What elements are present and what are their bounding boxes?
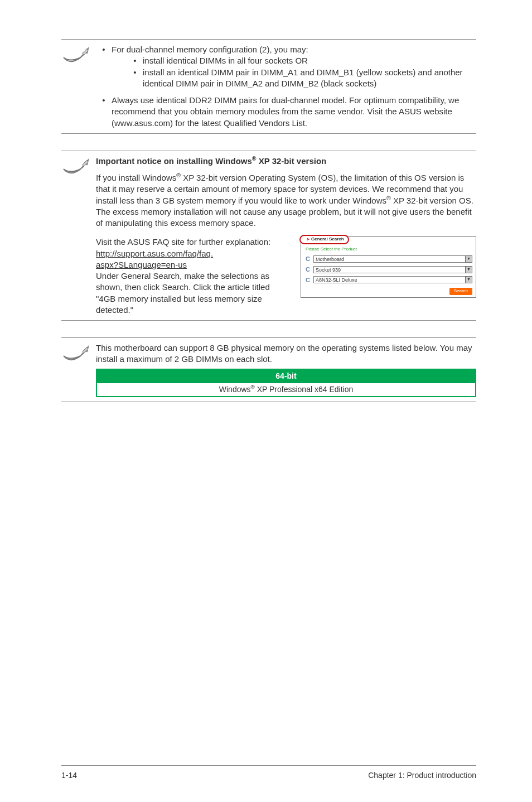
dropdown-icon[interactable]: ▼ (465, 266, 472, 273)
faq-select-socket[interactable]: Socket 939 (313, 266, 466, 273)
section3-text: This motherboard can support 8 GB physic… (96, 342, 476, 365)
faq-instruction: Please Select the Product (301, 245, 476, 254)
section2-paragraph: If you install Windows® XP 32-bit versio… (96, 172, 476, 229)
note-body-2: Important notice on installing Windows® … (96, 156, 476, 316)
sub-bullet-2: • install an identical DIMM pair in DIMM… (127, 67, 476, 90)
sub-bullet-text: install an identical DIMM pair in DIMM_A… (143, 67, 476, 90)
faq-tab: ▹General Search (299, 235, 349, 244)
para-sup: ® (176, 172, 181, 178)
section2-instructions: Visit the ASUS FAQ site for further expl… (96, 236, 291, 316)
instr-text: Visit the ASUS FAQ site for further expl… (96, 236, 291, 248)
faq-tab-label: General Search (311, 236, 344, 241)
os-table-cell: Windows® XP Professional x64 Edition (96, 383, 476, 397)
note-box-2: Important notice on installing Windows® … (61, 151, 476, 321)
faq-screenshot: ▹General Search Please Select the Produc… (301, 236, 476, 298)
bullet-top-1: • For dual-channel memory configuration … (96, 44, 476, 89)
title-part: Important notice on installing Windows (96, 156, 252, 166)
page-number: 1-14 (61, 770, 77, 781)
bullet-icon: • (127, 67, 143, 90)
faq-row-2: C Socket 939 ▼ (301, 264, 476, 275)
note-icon (61, 342, 96, 364)
note-box-1: • For dual-channel memory configuration … (61, 39, 476, 134)
dropdown-icon[interactable]: ▼ (465, 255, 472, 263)
bullet-text: For dual-channel memory configuration (2… (112, 45, 308, 54)
section2-title: Important notice on installing Windows® … (96, 156, 476, 167)
note-icon (61, 156, 96, 177)
para-part: If you install Windows (96, 173, 176, 182)
bullet-icon: • (96, 44, 112, 89)
faq-row-1: C Motherboard ▼ (301, 254, 476, 264)
title-sup: ® (252, 155, 257, 162)
bullet-top-2: • Always use identical DDR2 DIMM pairs f… (96, 95, 476, 129)
bullet-text: Always use identical DDR2 DIMM pairs for… (112, 95, 476, 129)
bullet-icon: • (127, 55, 143, 66)
note-body-3: This motherboard can support 8 GB physic… (96, 342, 476, 397)
dropdown-icon[interactable]: ▼ (465, 276, 472, 283)
faq-select-product[interactable]: Motherboard (313, 255, 466, 263)
note-body-1: • For dual-channel memory configuration … (96, 44, 476, 129)
sub-bullet-text: install identical DIMMs in all four sock… (143, 55, 476, 66)
os-table: 64-bit Windows® XP Professional x64 Edit… (96, 369, 476, 398)
bullet-icon: • (96, 95, 112, 129)
chapter-title: Chapter 1: Product introduction (368, 770, 476, 781)
note-box-3: This motherboard can support 8 GB physic… (61, 337, 476, 402)
faq-link-1[interactable]: http://support.asus.com/faq/faq. (96, 249, 213, 258)
page-footer: 1-14 Chapter 1: Product introduction (61, 765, 476, 781)
os-cell-part: Windows (219, 385, 251, 394)
faq-link-2[interactable]: aspx?SLanguage=en-us (96, 260, 187, 269)
sub-bullet-1: • install identical DIMMs in all four so… (127, 55, 476, 66)
para-sup: ® (386, 195, 391, 201)
search-button[interactable]: Search (449, 288, 472, 295)
c-icon: C (304, 276, 311, 284)
faq-select-model[interactable]: A8N32-SLI Deluxe (313, 276, 466, 283)
title-part: XP 32-bit version (257, 156, 327, 166)
note-icon (61, 44, 96, 65)
os-cell-part: XP Professional x64 Edition (255, 385, 353, 394)
os-cell-sup: ® (251, 384, 255, 390)
c-icon: C (304, 255, 311, 263)
instr-text-2: Under General Search, make the selection… (96, 270, 291, 316)
faq-row-3: C A8N32-SLI Deluxe ▼ (301, 275, 476, 286)
c-icon: C (304, 265, 311, 274)
os-table-header: 64-bit (96, 369, 476, 383)
